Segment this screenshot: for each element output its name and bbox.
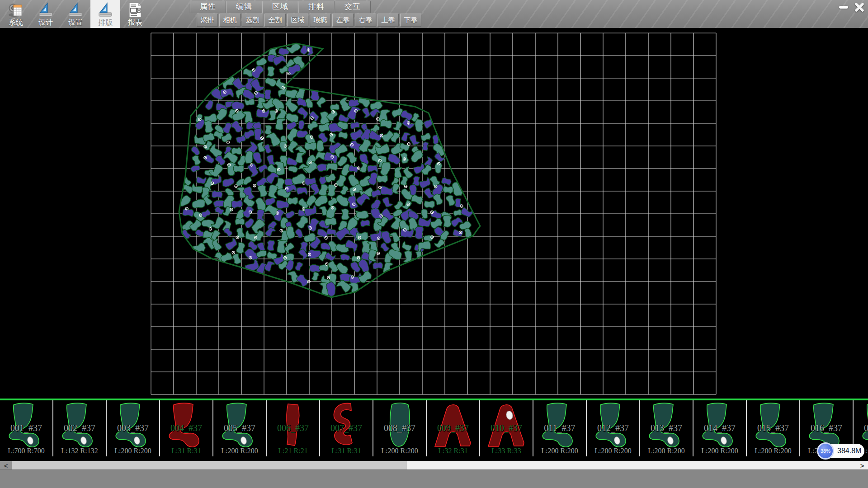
title-toolbar: 系统设计设置排版报表 属性编辑区域排料交互 聚排相机选割全割区域瑕疵左靠右靠上靠… bbox=[0, 0, 868, 28]
tool-button-camera[interactable]: 相机 bbox=[219, 14, 241, 27]
launcher-bar: 系统设计设置排版报表 bbox=[1, 0, 150, 28]
launcher-item-settings[interactable]: 设置 bbox=[61, 0, 90, 28]
launcher-label: 报表 bbox=[128, 19, 142, 27]
thumbnail-cell[interactable]: 001_#37L:700 R:700 bbox=[0, 400, 53, 456]
piece-thumbnail-shape bbox=[218, 402, 261, 450]
close-button[interactable] bbox=[852, 1, 867, 13]
memory-badge: 38% 384.8M bbox=[817, 444, 864, 458]
menu-tab-region[interactable]: 区域 bbox=[262, 1, 298, 13]
scroll-left-button[interactable]: < bbox=[0, 461, 12, 470]
piece-thumbnail-shape bbox=[325, 402, 368, 450]
nesting-canvas[interactable] bbox=[0, 28, 868, 399]
application-window: 系统设计设置排版报表 属性编辑区域排料交互 聚排相机选割全割区域瑕疵左靠右靠上靠… bbox=[0, 0, 868, 488]
piece-thumbnail-shape bbox=[591, 402, 635, 450]
thumbnail-cell[interactable]: 011_#37L:200 R:200 bbox=[533, 400, 587, 456]
tool-button-region[interactable]: 区域 bbox=[287, 14, 308, 27]
thumbnail-strip: 001_#37L:700 R:700002_#37L:132 R:132003_… bbox=[0, 399, 868, 457]
thumbnail-cell[interactable]: 015_#37L:200 R:200 bbox=[747, 400, 800, 456]
launcher-item-system[interactable]: 系统 bbox=[1, 0, 31, 28]
menu-tab-edit[interactable]: 编辑 bbox=[226, 1, 262, 13]
tool-button-snap-up[interactable]: 上靠 bbox=[377, 14, 399, 27]
scroll-left-icon: < bbox=[4, 462, 8, 469]
memory-percent-indicator: 38% bbox=[817, 442, 834, 460]
close-icon bbox=[854, 2, 865, 13]
piece-thumbnail-shape bbox=[378, 402, 421, 450]
minimize-icon bbox=[839, 6, 848, 9]
menu-tab-interact[interactable]: 交互 bbox=[335, 1, 371, 13]
status-bar bbox=[0, 469, 868, 488]
thumbnail-cell[interactable]: 003_#37L:200 R:200 bbox=[107, 400, 160, 456]
tool-button-select-cut[interactable]: 选割 bbox=[242, 14, 263, 27]
memory-size-label: 384.8M bbox=[837, 444, 861, 458]
launcher-label: 设置 bbox=[68, 19, 83, 27]
menu-tab-row: 属性编辑区域排料交互 bbox=[190, 1, 371, 13]
horizontal-scrollbar[interactable]: < > bbox=[0, 461, 868, 469]
launcher-item-design[interactable]: 设计 bbox=[31, 0, 61, 28]
piece-thumbnail-shape bbox=[271, 402, 315, 450]
set-square-icon bbox=[67, 1, 84, 19]
thumbnail-cell[interactable]: 006_#37L:21 R:21 bbox=[267, 400, 320, 456]
thumbnail-cell[interactable]: 009_#37L:32 R:31 bbox=[427, 400, 480, 456]
piece-thumbnail-shape bbox=[698, 402, 741, 450]
scrollbar-thumb[interactable] bbox=[407, 461, 856, 470]
piece-thumbnail-shape bbox=[858, 402, 868, 450]
menu-tab-property[interactable]: 属性 bbox=[190, 1, 226, 13]
launcher-item-report[interactable]: 报表 bbox=[120, 0, 150, 28]
memory-percent: 38% bbox=[821, 448, 830, 454]
tool-button-snap-right[interactable]: 右靠 bbox=[355, 14, 376, 27]
tool-button-snap-down[interactable]: 下靠 bbox=[400, 14, 421, 27]
launcher-label: 系统 bbox=[9, 19, 23, 27]
tool-button-cut-all[interactable]: 全割 bbox=[264, 14, 286, 27]
launcher-label: 排版 bbox=[98, 19, 113, 27]
minimize-button[interactable] bbox=[836, 1, 851, 13]
thumbnail-cell[interactable]: 012_#37L:200 R:200 bbox=[587, 400, 640, 456]
tool-button-snap-left[interactable]: 左靠 bbox=[332, 14, 354, 27]
thumbnail-cell[interactable]: 010_#37L:33 R:33 bbox=[480, 400, 533, 456]
set-square-icon bbox=[97, 1, 114, 19]
piece-thumbnail-shape bbox=[5, 402, 48, 450]
piece-thumbnail-shape bbox=[431, 402, 475, 450]
launcher-item-layout[interactable]: 排版 bbox=[90, 0, 120, 28]
piece-thumbnail-shape bbox=[485, 402, 528, 450]
piece-thumbnail-shape bbox=[751, 402, 795, 450]
piece-thumbnail-shape bbox=[645, 402, 688, 450]
piece-thumbnail-shape bbox=[58, 402, 101, 450]
gear-doc-icon bbox=[7, 1, 24, 19]
launcher-label: 设计 bbox=[38, 19, 53, 27]
report-icon bbox=[127, 1, 143, 19]
thumbnail-cell[interactable]: 005_#37L:200 R:200 bbox=[213, 400, 267, 456]
piece-thumbnail-shape bbox=[111, 402, 155, 450]
scroll-right-icon: > bbox=[860, 462, 864, 469]
menu-tab-nesting[interactable]: 排料 bbox=[298, 1, 335, 13]
piece-thumbnail-shape bbox=[165, 402, 208, 450]
tool-button-cluster-nest[interactable]: 聚排 bbox=[197, 14, 218, 27]
thumbnail-cell[interactable]: 014_#37L:200 R:200 bbox=[693, 400, 747, 456]
thumbnail-cell[interactable]: 008_#37L:200 R:200 bbox=[373, 400, 427, 456]
scroll-right-button[interactable]: > bbox=[856, 461, 868, 470]
nesting-drawing bbox=[0, 28, 868, 399]
tool-button-defect[interactable]: 瑕疵 bbox=[310, 14, 331, 27]
thumbnail-cell[interactable]: 013_#37L:200 R:200 bbox=[640, 400, 693, 456]
thumbnail-cell[interactable]: 002_#37L:132 R:132 bbox=[53, 400, 107, 456]
thumbnail-cell[interactable]: 004_#37L:31 R:31 bbox=[160, 400, 213, 456]
thumbnail-cell[interactable]: 007_#37L:31 R:31 bbox=[320, 400, 373, 456]
piece-thumbnail-shape bbox=[538, 402, 581, 450]
tool-button-row: 聚排相机选割全割区域瑕疵左靠右靠上靠下靠 bbox=[197, 14, 423, 27]
set-square-icon bbox=[37, 1, 54, 19]
